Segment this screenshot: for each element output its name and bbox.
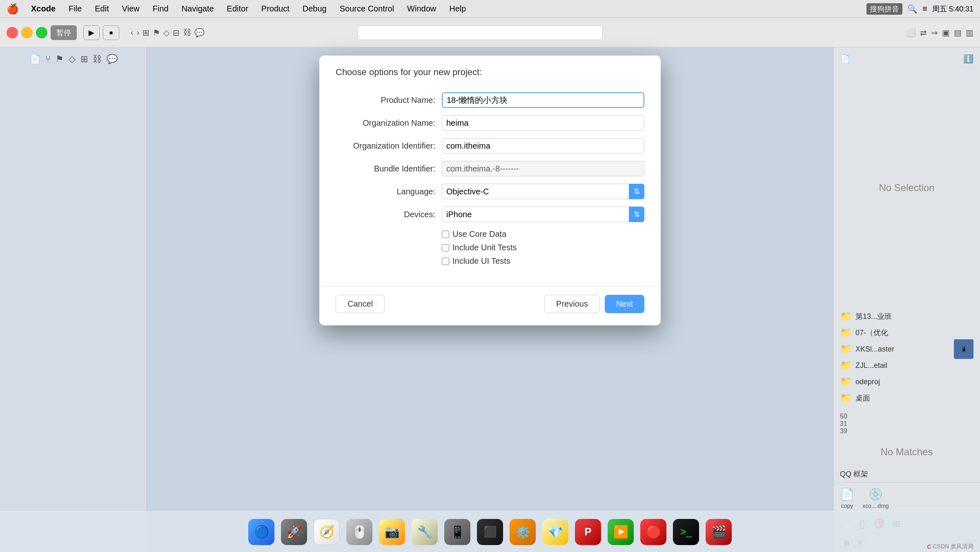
nav-back-button[interactable]: ‹ (131, 28, 134, 37)
dock-console[interactable]: >_ (671, 517, 701, 547)
folder-name-desktop: 桌面 (855, 393, 870, 403)
input-method[interactable]: 搜狗拼音 (866, 3, 902, 15)
dock-phone[interactable]: 📱 (443, 517, 472, 547)
toolbar-icon-4[interactable]: ⊟ (173, 28, 180, 38)
dock-finder[interactable]: 🔵 (247, 517, 276, 547)
layout-icon-1[interactable]: ▣ (942, 28, 950, 38)
file-copy[interactable]: 📄 copy (840, 487, 854, 509)
toolbar-icon-5[interactable]: ⛓ (183, 28, 191, 37)
sidebar-test-icon[interactable]: ◇ (69, 54, 76, 65)
use-core-data-checkbox-label[interactable]: Use Core Data (442, 229, 506, 239)
dock-media[interactable]: ▶️ (606, 517, 635, 547)
include-ui-tests-checkbox[interactable] (442, 258, 449, 265)
split-right-icon[interactable]: ⇒ (931, 28, 938, 38)
menu-editor[interactable]: Editor (225, 3, 251, 14)
new-file-icon[interactable]: 📄 (840, 54, 850, 64)
sidebar-breakpoint-icon[interactable]: ⛓ (93, 54, 102, 65)
menu-xcode[interactable]: Xcode (29, 3, 58, 14)
toolbar-icon-6[interactable]: 💬 (194, 28, 205, 38)
menu-find[interactable]: Find (150, 3, 171, 14)
split-left-icon[interactable]: ⬜ (906, 28, 916, 38)
menu-product[interactable]: Product (259, 3, 292, 14)
menu-source-control[interactable]: Source Control (337, 3, 396, 14)
previous-button[interactable]: Previous (544, 295, 600, 313)
language-select[interactable]: Objective-C Swift (442, 184, 644, 199)
folder-item-xksl[interactable]: 📁 XKSl...aster 📱 (837, 341, 977, 357)
include-unit-tests-checkbox-label[interactable]: Include Unit Tests (442, 243, 517, 252)
product-name-input[interactable] (442, 92, 644, 108)
folder-item-13[interactable]: 📁 第13...业班 (837, 308, 977, 325)
folder-item-07[interactable]: 📁 07-（优化 (837, 325, 977, 341)
apple-menu[interactable]: 🍎 (7, 3, 19, 15)
toolbar-icon-2[interactable]: ⚑ (153, 28, 160, 38)
close-button[interactable] (7, 27, 18, 38)
toolbar-icon-3[interactable]: ◇ (163, 28, 169, 38)
stop-button[interactable]: ■ (103, 25, 119, 40)
sidebar-debug-icon[interactable]: ⊞ (80, 54, 88, 65)
dock-settings[interactable]: ⚙️ (508, 517, 537, 547)
include-ui-tests-label: Include UI Tests (452, 256, 510, 266)
sidebar-report-icon[interactable]: 💬 (107, 54, 118, 65)
no-selection-label: No Selection (833, 70, 980, 305)
folder-item-zjl[interactable]: 📁 ZJL...etail (837, 357, 977, 374)
menu-help[interactable]: Help (447, 3, 468, 14)
sidebar-warning-icon[interactable]: ⚑ (56, 54, 64, 65)
folder-icon-07: 📁 (840, 327, 852, 338)
photo-icon: 📷 (379, 519, 405, 545)
menu-edit[interactable]: Edit (92, 3, 111, 14)
toolbar: 暂停 ▶ ■ ‹ › ⊞ ⚑ ◇ ⊟ ⛓ 💬 ⬜ ⇄ ⇒ ▣ ▤ ▥ (0, 18, 980, 47)
control-strip[interactable]: ≡ (922, 4, 927, 13)
info-icon[interactable]: ℹ️ (963, 54, 973, 64)
include-unit-tests-checkbox[interactable] (442, 244, 449, 252)
org-id-input[interactable] (442, 138, 644, 154)
dock-terminal[interactable]: ⬛ (475, 517, 505, 547)
dock-sketch[interactable]: 💎 (541, 517, 570, 547)
layout-icon-3[interactable]: ▥ (966, 28, 973, 38)
menu-file[interactable]: File (66, 3, 84, 14)
dock-launchpad[interactable]: 🚀 (279, 517, 309, 547)
qq-framework-label: QQ 框架 (833, 466, 980, 482)
toolbar-search-bar[interactable] (358, 25, 603, 40)
split-icon[interactable]: ⇄ (920, 28, 927, 38)
folder-item-odeproj[interactable]: 📁 odeproj (837, 374, 977, 390)
include-ui-tests-checkbox-label[interactable]: Include UI Tests (442, 256, 510, 266)
toolbar-icon-1[interactable]: ⊞ (143, 28, 149, 38)
menu-window[interactable]: Window (405, 3, 439, 14)
menu-debug[interactable]: Debug (300, 3, 329, 14)
search-icon[interactable]: 🔍 (907, 4, 918, 14)
dock-mouse[interactable]: 🖱️ (345, 517, 374, 547)
next-button[interactable]: Next (605, 295, 644, 313)
dialog-action-buttons: Previous Next (544, 295, 644, 313)
menu-view[interactable]: View (120, 3, 142, 14)
dock-stop-app[interactable]: 🔴 (639, 517, 668, 547)
menu-navigate[interactable]: Navigate (179, 3, 216, 14)
sidebar-file-icon[interactable]: 📄 (29, 54, 40, 65)
use-core-data-label: Use Core Data (452, 229, 506, 239)
dock-video[interactable]: 🎬 (704, 517, 733, 547)
folder-item-desktop[interactable]: 📁 桌面 (837, 390, 977, 406)
org-name-input[interactable] (442, 115, 644, 131)
cancel-button[interactable]: Cancel (336, 295, 385, 313)
play-button[interactable]: ▶ (83, 25, 100, 40)
product-name-row: Product Name: (336, 92, 644, 108)
dock-tools[interactable]: 🔧 (410, 517, 439, 547)
nav-forward-button[interactable]: › (137, 28, 140, 37)
use-core-data-checkbox[interactable] (442, 231, 449, 238)
folder-icon-zjl: 📁 (840, 360, 852, 371)
minimize-button[interactable] (21, 27, 33, 38)
folder-icon-desktop: 📁 (840, 392, 852, 404)
layout-icon-2[interactable]: ▤ (954, 28, 962, 38)
file-dmg[interactable]: 💿 xco....dmg (862, 487, 889, 509)
sidebar-source-icon[interactable]: ⑂ (45, 54, 51, 65)
pause-button[interactable]: 暂停 (51, 25, 77, 40)
folder-name-xksl: XKSl...aster (855, 345, 894, 354)
stop-app-icon: 🔴 (640, 519, 666, 545)
dock-photo[interactable]: 📷 (377, 517, 407, 547)
dock-p-app[interactable]: P (573, 517, 603, 547)
tools-icon: 🔧 (412, 519, 438, 545)
devices-select[interactable]: iPhone iPad Universal (442, 207, 644, 222)
maximize-button[interactable] (36, 27, 47, 38)
folder-list: 📁 第13...业班 📁 07-（优化 📁 XKSl...aster 📱 📁 Z… (833, 305, 980, 410)
language-select-wrapper: Objective-C Swift ⇅ (442, 184, 644, 199)
dock-safari[interactable]: 🧭 (312, 517, 341, 547)
